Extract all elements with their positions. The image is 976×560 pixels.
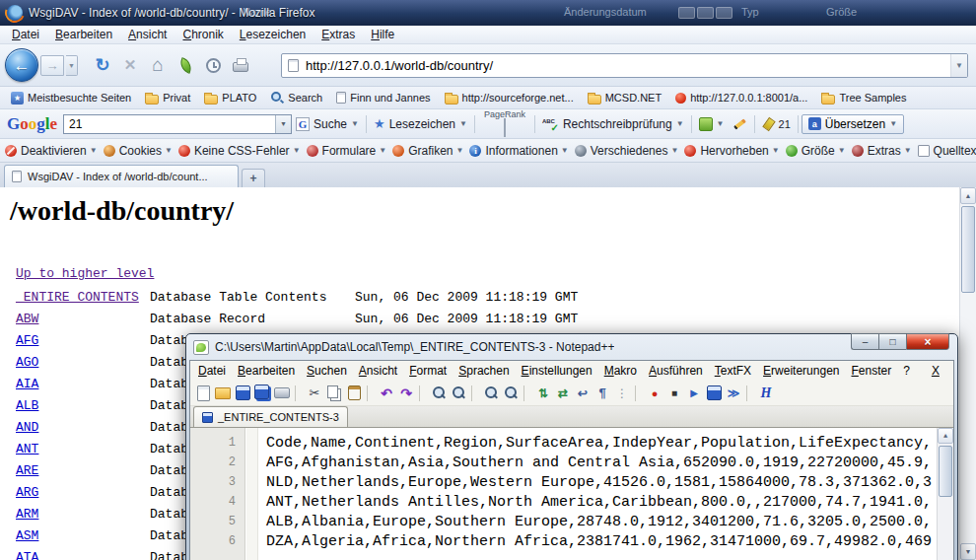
- webdev-menu-button[interactable]: Cookies ▼: [104, 144, 176, 158]
- entry-link[interactable]: AGO: [16, 355, 38, 370]
- webdev-menu-button[interactable]: Formulare ▼: [307, 144, 391, 158]
- menu-item[interactable]: Chronik: [174, 26, 231, 43]
- entry-link[interactable]: AND: [16, 420, 38, 435]
- google-bookmarks-button[interactable]: Lesezeichen ▼: [370, 114, 471, 133]
- scroll-down-arrow[interactable]: ▼: [960, 543, 976, 560]
- hex-view-icon[interactable]: H: [757, 385, 775, 402]
- reload-button[interactable]: ↻: [90, 53, 115, 77]
- entry-link[interactable]: ASM: [16, 528, 38, 543]
- webdev-menu-button[interactable]: Größe ▼: [786, 144, 850, 158]
- url-text[interactable]: http://127.0.0.1/world-db/country/: [299, 58, 950, 73]
- undo-icon[interactable]: ↶: [378, 385, 395, 402]
- menu-item[interactable]: Extras: [314, 26, 363, 43]
- maximize-button[interactable]: □: [878, 333, 906, 350]
- google-search-button[interactable]: Suche ▼: [292, 115, 363, 133]
- menu-item[interactable]: Ansicht: [120, 26, 174, 43]
- run-multiple-macro-icon[interactable]: ≫: [725, 385, 742, 402]
- webdev-menu-button[interactable]: Verschiedenes ▼: [575, 144, 683, 158]
- record-macro-icon[interactable]: ●: [646, 385, 663, 402]
- menu-item[interactable]: TextFX: [709, 362, 757, 380]
- save-icon[interactable]: [234, 385, 251, 402]
- stop-button[interactable]: ✕: [117, 53, 143, 77]
- menu-item[interactable]: Bearbeiten: [47, 26, 120, 43]
- minimize-button[interactable]: –: [851, 333, 878, 350]
- webdev-menu-button[interactable]: Grafiken ▼: [392, 144, 467, 158]
- webdev-menu-button[interactable]: Quelltext ▼: [918, 144, 976, 158]
- copy-icon[interactable]: [325, 385, 343, 402]
- google-search-box[interactable]: 21 ▼: [63, 114, 292, 134]
- browser-scrollbar[interactable]: ▲ ▼: [959, 187, 976, 560]
- close-button[interactable]: ×: [906, 333, 949, 350]
- bookmark-item[interactable]: Tree Samples: [816, 90, 911, 106]
- menu-item[interactable]: Ansicht: [353, 362, 403, 380]
- search-history-dropdown[interactable]: ▼: [275, 115, 291, 133]
- menu-item[interactable]: Datei: [4, 26, 47, 43]
- scroll-up-arrow[interactable]: ▲: [938, 428, 953, 444]
- indent-guide-icon[interactable]: ⋮: [613, 385, 631, 402]
- menu-item[interactable]: Suchen: [301, 362, 353, 380]
- entry-link[interactable]: _ENTIRE_CONTENTS: [16, 290, 139, 305]
- menu-item[interactable]: Fenster: [845, 362, 897, 380]
- bookmark-item[interactable]: Meistbesuchte Seiten: [6, 90, 136, 106]
- bookmark-item[interactable]: http://sourceforge.net...: [440, 90, 579, 106]
- up-to-higher-level-link[interactable]: Up to higher level: [16, 266, 154, 281]
- webdev-menu-button[interactable]: Deaktivieren ▼: [5, 144, 102, 158]
- new-file-icon[interactable]: [194, 385, 212, 402]
- menu-item[interactable]: Hilfe: [363, 26, 402, 43]
- entry-link[interactable]: ATA: [16, 550, 38, 560]
- print-button[interactable]: [228, 53, 253, 77]
- notepadpp-titlebar[interactable]: C:\Users\Martin\AppData\Local\Temp\_ENTI…: [189, 334, 954, 360]
- save-all-icon[interactable]: [253, 385, 271, 402]
- url-dropdown-button[interactable]: ▼: [950, 54, 967, 77]
- history-dropdown-button[interactable]: ▼: [66, 55, 78, 76]
- entry-link[interactable]: AIA: [16, 377, 38, 391]
- webdev-menu-button[interactable]: Extras ▼: [852, 144, 916, 158]
- redo-icon[interactable]: ↷: [397, 385, 415, 402]
- entry-link[interactable]: ARM: [16, 507, 38, 522]
- editor-scrollbar[interactable]: ▲: [937, 428, 953, 560]
- paste-icon[interactable]: [345, 385, 363, 402]
- menu-item[interactable]: Datei: [192, 362, 232, 380]
- print-icon[interactable]: [273, 385, 291, 402]
- menu-item[interactable]: Bearbeiten: [232, 362, 301, 380]
- entry-link[interactable]: AFG: [16, 333, 38, 348]
- menu-item[interactable]: Makro: [598, 362, 643, 380]
- entry-link[interactable]: ANT: [16, 442, 38, 456]
- cut-icon[interactable]: ✂: [306, 385, 323, 402]
- sync-horizontal-icon[interactable]: ⇄: [554, 385, 572, 402]
- bookmark-item[interactable]: http://127.0.0.1:8001/a...: [670, 90, 812, 105]
- history-button[interactable]: [200, 53, 226, 77]
- menu-item[interactable]: Ausführen: [643, 362, 709, 380]
- text-editor[interactable]: 1 Code,Name,Continent,Region,SurfaceArea…: [190, 428, 953, 560]
- spellcheck-button[interactable]: Rechtschreibprüfung ▼: [538, 115, 688, 133]
- stop-macro-icon[interactable]: ■: [665, 385, 683, 402]
- entry-link[interactable]: ALB: [16, 398, 38, 413]
- home-button[interactable]: ⌂: [145, 53, 171, 77]
- webdev-menu-button[interactable]: Hervorheben ▼: [684, 144, 783, 158]
- menu-item[interactable]: X: [926, 362, 945, 380]
- entry-link[interactable]: ARG: [16, 485, 38, 500]
- highlight-button[interactable]: 21: [758, 115, 795, 133]
- bookmark-item[interactable]: Privat: [140, 90, 195, 106]
- feed-reader-button[interactable]: [173, 53, 198, 77]
- new-tab-button[interactable]: +: [242, 169, 265, 187]
- back-button[interactable]: ←: [5, 48, 38, 82]
- word-wrap-icon[interactable]: ↩: [574, 385, 592, 402]
- location-bar[interactable]: http://127.0.0.1/world-db/country/ ▼: [281, 53, 968, 78]
- webdev-menu-button[interactable]: Keine CSS-Fehler ▼: [178, 144, 305, 158]
- scrollbar-thumb[interactable]: [939, 446, 952, 497]
- menu-item[interactable]: Format: [403, 362, 453, 380]
- google-search-value[interactable]: 21: [64, 117, 275, 131]
- scroll-up-arrow[interactable]: ▲: [960, 187, 976, 204]
- replace-icon[interactable]: [450, 385, 467, 402]
- entry-link[interactable]: ARE: [16, 463, 38, 478]
- open-file-icon[interactable]: [214, 385, 232, 402]
- play-macro-icon[interactable]: ▶: [685, 385, 703, 402]
- scrollbar-thumb[interactable]: [961, 206, 975, 293]
- webdev-menu-button[interactable]: Informationen ▼: [469, 144, 572, 158]
- edit-button[interactable]: [729, 114, 751, 133]
- bookmark-item[interactable]: MCSD.NET: [583, 90, 666, 106]
- menu-item[interactable]: Erweiterungen: [757, 362, 845, 380]
- autofill-button[interactable]: ▼: [695, 115, 729, 133]
- zoom-in-icon[interactable]: [482, 385, 500, 402]
